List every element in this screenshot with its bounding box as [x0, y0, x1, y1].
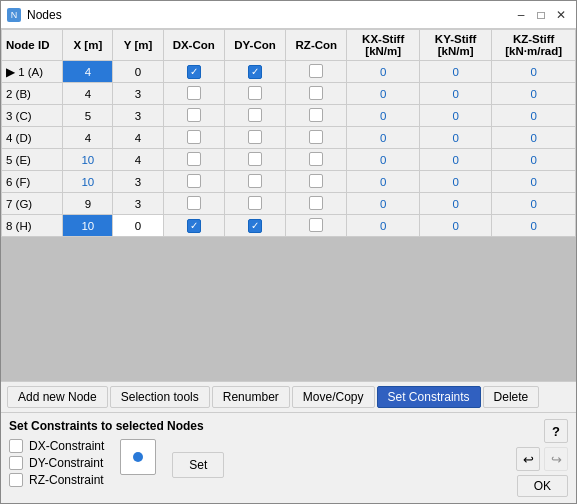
- cell-y: 3: [113, 83, 163, 105]
- dx-constraint-checkbox[interactable]: [9, 439, 23, 453]
- cell-y: 3: [113, 105, 163, 127]
- cell-ky: 0: [419, 105, 491, 127]
- dx-constraint-label: DX-Constraint: [29, 439, 104, 453]
- selection-tools-button[interactable]: Selection tools: [110, 386, 210, 408]
- cell-y: 3: [113, 171, 163, 193]
- cell-x: 4: [63, 61, 113, 83]
- col-header-kz: KZ-Stiff[kN·m/rad]: [492, 30, 576, 61]
- redo-button[interactable]: ↪: [544, 447, 568, 471]
- cell-dx[interactable]: ✓: [163, 61, 224, 83]
- cell-dy[interactable]: [224, 171, 285, 193]
- close-button[interactable]: ✕: [552, 6, 570, 24]
- cell-dx[interactable]: [163, 149, 224, 171]
- add-new-node-button[interactable]: Add new Node: [7, 386, 108, 408]
- cell-kx: 0: [347, 149, 419, 171]
- cell-ky: 0: [419, 171, 491, 193]
- cell-x: 5: [63, 105, 113, 127]
- delete-button[interactable]: Delete: [483, 386, 540, 408]
- cell-dx[interactable]: [163, 105, 224, 127]
- cell-y: 0: [113, 61, 163, 83]
- cell-y: 4: [113, 149, 163, 171]
- cell-nodeid: 5 (E): [2, 149, 63, 171]
- cell-rz[interactable]: [286, 171, 347, 193]
- col-header-dy: DY-Con: [224, 30, 285, 61]
- dy-constraint-label: DY-Constraint: [29, 456, 103, 470]
- title-bar-controls: – □ ✕: [512, 6, 570, 24]
- cell-y: 0: [113, 215, 163, 237]
- right-controls: ? ↩ ↪ OK: [516, 419, 568, 497]
- cell-kz: 0: [492, 127, 576, 149]
- cell-dy[interactable]: [224, 127, 285, 149]
- window-title: Nodes: [27, 8, 506, 22]
- cell-dy[interactable]: ✓: [224, 215, 285, 237]
- cell-dx[interactable]: ✓: [163, 215, 224, 237]
- cell-kx: 0: [347, 127, 419, 149]
- move-copy-button[interactable]: Move/Copy: [292, 386, 375, 408]
- cell-kz: 0: [492, 149, 576, 171]
- table-row[interactable]: ▶ 1 (A)40✓✓000: [2, 61, 576, 83]
- table-row[interactable]: 8 (H)100✓✓000: [2, 215, 576, 237]
- dx-constraint-row: DX-Constraint: [9, 439, 104, 453]
- cell-ky: 0: [419, 215, 491, 237]
- cell-kx: 0: [347, 105, 419, 127]
- cell-nodeid: 3 (C): [2, 105, 63, 127]
- bottom-panel: Set Constraints to selected Nodes DX-Con…: [1, 412, 576, 503]
- set-constraints-button[interactable]: Set Constraints: [377, 386, 481, 408]
- cell-rz[interactable]: [286, 127, 347, 149]
- cell-dy[interactable]: ✓: [224, 61, 285, 83]
- cell-kx: 0: [347, 215, 419, 237]
- empty-area: [1, 237, 576, 381]
- cell-dy[interactable]: [224, 149, 285, 171]
- cell-dy[interactable]: [224, 193, 285, 215]
- cell-y: 4: [113, 127, 163, 149]
- cell-x: 9: [63, 193, 113, 215]
- help-button[interactable]: ?: [544, 419, 568, 443]
- rz-constraint-checkbox[interactable]: [9, 473, 23, 487]
- cell-dx[interactable]: [163, 193, 224, 215]
- cell-kz: 0: [492, 105, 576, 127]
- cell-nodeid: ▶ 1 (A): [2, 61, 63, 83]
- table-row[interactable]: 7 (G)93000: [2, 193, 576, 215]
- cell-kx: 0: [347, 171, 419, 193]
- cell-kz: 0: [492, 193, 576, 215]
- dy-constraint-row: DY-Constraint: [9, 456, 104, 470]
- set-button[interactable]: Set: [172, 452, 224, 478]
- cell-dx[interactable]: [163, 83, 224, 105]
- cell-rz[interactable]: [286, 105, 347, 127]
- renumber-button[interactable]: Renumber: [212, 386, 290, 408]
- cell-ky: 0: [419, 83, 491, 105]
- ok-button[interactable]: OK: [517, 475, 568, 497]
- col-header-ky: KY-Stiff[kN/m]: [419, 30, 491, 61]
- cell-nodeid: 2 (B): [2, 83, 63, 105]
- cell-rz[interactable]: [286, 215, 347, 237]
- cell-rz[interactable]: [286, 149, 347, 171]
- maximize-button[interactable]: □: [532, 6, 550, 24]
- cell-rz[interactable]: [286, 193, 347, 215]
- cell-x: 4: [63, 127, 113, 149]
- cell-dx[interactable]: [163, 171, 224, 193]
- bottom-toolbar: Add new NodeSelection toolsRenumberMove/…: [1, 381, 576, 412]
- table-row[interactable]: 2 (B)43000: [2, 83, 576, 105]
- cell-kx: 0: [347, 193, 419, 215]
- col-header-rz: RZ-Con: [286, 30, 347, 61]
- cell-nodeid: 6 (F): [2, 171, 63, 193]
- table-row[interactable]: 3 (C)53000: [2, 105, 576, 127]
- cell-dy[interactable]: [224, 83, 285, 105]
- minimize-button[interactable]: –: [512, 6, 530, 24]
- cell-kz: 0: [492, 83, 576, 105]
- cell-dy[interactable]: [224, 105, 285, 127]
- table-row[interactable]: 4 (D)44000: [2, 127, 576, 149]
- cell-rz[interactable]: [286, 83, 347, 105]
- table-row[interactable]: 5 (E)104000: [2, 149, 576, 171]
- col-header-x: X [m]: [63, 30, 113, 61]
- table-row[interactable]: 6 (F)103000: [2, 171, 576, 193]
- cell-rz[interactable]: [286, 61, 347, 83]
- cell-x: 4: [63, 83, 113, 105]
- cell-kx: 0: [347, 83, 419, 105]
- dy-constraint-checkbox[interactable]: [9, 456, 23, 470]
- rz-constraint-label: RZ-Constraint: [29, 473, 104, 487]
- undo-button[interactable]: ↩: [516, 447, 540, 471]
- cell-dx[interactable]: [163, 127, 224, 149]
- constraints-section: Set Constraints to selected Nodes DX-Con…: [9, 419, 508, 490]
- cell-nodeid: 7 (G): [2, 193, 63, 215]
